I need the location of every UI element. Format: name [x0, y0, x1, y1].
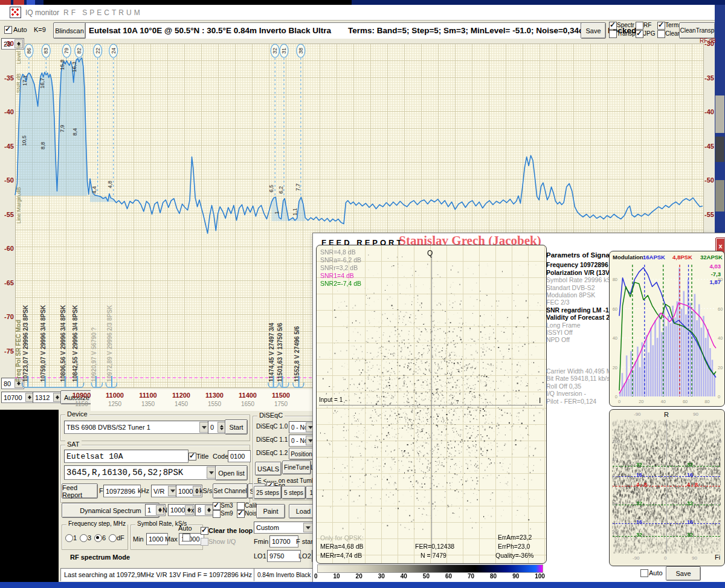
phase-y-label: 20	[612, 529, 617, 535]
auto-checkbox[interactable]	[4, 26, 12, 34]
svg-text:16APSK: 16APSK	[643, 254, 665, 260]
menu-rf-spectrum[interactable]: RF SPECTRUM	[63, 8, 143, 17]
phase-threshold-label: 16	[687, 519, 693, 525]
steps25-button[interactable]: 25 steps	[254, 486, 282, 499]
feed-save-button[interactable]: Save	[666, 566, 701, 581]
sm3-checkbox[interactable]	[213, 502, 221, 510]
open-list-button[interactable]: Open list	[215, 465, 248, 480]
lo1-label: LO1	[254, 552, 266, 560]
desktop-top-strip	[0, 0, 725, 5]
frequency-field[interactable]: 10972896	[103, 485, 141, 497]
svg-text:79: 79	[63, 48, 69, 54]
step1-radio[interactable]	[65, 534, 73, 542]
start-button[interactable]: Start	[225, 419, 248, 435]
terms-checkbox[interactable]	[657, 22, 665, 30]
svg-text:1250: 1250	[108, 401, 122, 407]
scale-number: 30	[378, 573, 385, 580]
i-axis	[319, 405, 543, 405]
phase-top-minus90: -90	[634, 412, 641, 417]
svg-text:20: 20	[639, 399, 643, 404]
noise-checkbox[interactable]	[237, 510, 245, 518]
svg-text:86: 86	[26, 48, 32, 54]
signal-parameter-line: Carrier Width 40,495 MHz	[546, 367, 608, 375]
spectr-checkbox[interactable]	[609, 22, 617, 30]
feed-report-button[interactable]: Feed Report	[62, 483, 98, 499]
title-checkbox[interactable]	[188, 453, 196, 460]
phase-bottom-minus90: -90	[633, 555, 640, 561]
phase-threshold-label: 16	[636, 472, 642, 478]
signal-parameter-line: Modulation 8PSK	[546, 291, 608, 299]
position-button[interactable]: Position	[289, 448, 314, 460]
lo1-field[interactable]: 9750	[267, 550, 301, 562]
signal-parameter-line: Frequency 10972896 kHz	[546, 261, 608, 268]
svg-text:-35: -35	[4, 74, 14, 82]
sm3-label: Sm3	[221, 502, 233, 509]
show-iq-checkbox[interactable]	[201, 538, 208, 546]
feed-report-window[interactable]: FEED REPORT Stanislav Grech (Jacobek) x …	[312, 233, 725, 584]
svg-text:17,1: 17,1	[22, 76, 28, 86]
snr-readout-line: SNR2=-7,4 dB	[320, 280, 361, 288]
scale-number: 60	[445, 573, 452, 580]
step1-label: 1	[73, 534, 77, 541]
signal-parameter-line: Standart DVB-S2	[546, 284, 608, 291]
feed-auto-checkbox[interactable]	[640, 569, 648, 577]
step3-label: 3	[88, 534, 91, 541]
min-label: Min	[133, 535, 144, 543]
svg-text:-60: -60	[4, 245, 14, 252]
step6-radio[interactable]	[94, 534, 102, 542]
cleantransp-button[interactable]: CleanTransp	[679, 22, 715, 39]
svg-text:60: 60	[718, 306, 723, 312]
steps5-button[interactable]: 5 steps	[282, 486, 306, 499]
phase-threshold-line	[613, 505, 720, 505]
stepdf-radio[interactable]	[109, 534, 117, 542]
phase-threshold-label: 16	[687, 472, 693, 478]
save-spectrum-button[interactable]: Save	[581, 22, 606, 39]
rf-label: RF	[643, 22, 651, 28]
set-channel-button[interactable]: Set Channel	[213, 483, 248, 499]
clear-loop-label: Clear the loop	[208, 527, 253, 534]
svg-text:-55: -55	[4, 211, 14, 218]
svg-text:10920,97 V 56790 ?: 10920,97 V 56790 ?	[91, 327, 97, 382]
menu-iq-monitor[interactable]: IQ monitor	[25, 8, 59, 17]
phase-y-label: 80	[714, 457, 719, 462]
usals-button[interactable]: USALS	[255, 462, 282, 476]
sat-name-input[interactable]: Eutelsat 10A	[64, 450, 188, 463]
finetune-button[interactable]: FineTune	[282, 460, 311, 474]
svg-text:-30: -30	[704, 40, 714, 47]
polarization-combo[interactable]: V/R	[151, 485, 179, 497]
modulation-histogram-panel[interactable]: 002020404060608080020406080Modulation:16…	[609, 251, 725, 407]
svg-text:-65: -65	[4, 279, 14, 286]
sm9-checkbox[interactable]	[213, 510, 221, 518]
code-field[interactable]: 0100	[228, 450, 251, 462]
clear-loop-checkbox[interactable]	[201, 527, 208, 535]
phase-noise-panel[interactable]: -90 R 90 -90 0 90 Fi 323216164 - 84 - 83…	[609, 409, 725, 566]
merr-value: MERr=4,74 dB	[320, 552, 362, 559]
sm9-label: Sm9	[221, 510, 233, 517]
max-label: Max	[165, 535, 178, 543]
device-combo[interactable]: TBS 6908 DVBS/S2 Tuner 1	[64, 421, 210, 434]
svg-text:-75: -75	[4, 347, 14, 355]
svg-text:-30: -30	[4, 40, 14, 47]
status-search: Last searching at 10972,9MHz V/R 13V Fin…	[60, 568, 259, 581]
scale-number: 20	[356, 573, 362, 580]
signal-parameter-line	[546, 360, 608, 367]
signal-parameter-line: Long Frame	[546, 321, 608, 329]
phase-threshold-label: 32	[687, 462, 693, 468]
custom-combo[interactable]: Custom	[254, 522, 314, 534]
status-dish: 0.84m Inverto Black Ultra	[254, 568, 320, 581]
step3-radio[interactable]	[80, 534, 88, 542]
density-scale-numbers: 0102030405060708090100	[314, 573, 545, 580]
scale-number: 90	[512, 573, 519, 580]
phase-y-label: 100	[612, 439, 620, 444]
constellation-plot[interactable]: Q I Input = 1 SNR=4,8 dBSNRa=-6,2 dBSNRr…	[316, 245, 547, 564]
channel-combo[interactable]: 3645,R,16130,56,S2;8PSK	[64, 465, 218, 480]
svg-text:38: 38	[298, 48, 304, 54]
snr-readouts: SNR=4,8 dBSNRa=-6,2 dBSNRr=3,2 dBSNR1=4 …	[320, 248, 361, 288]
fmin-field[interactable]: 10700	[269, 535, 298, 548]
dyn-x-spinner[interactable]: 8	[195, 504, 214, 516]
searchstep-spinner[interactable]: 1000	[176, 485, 202, 497]
paint-button[interactable]: Paint	[256, 504, 285, 519]
blindscan-button[interactable]: Blindscan	[53, 22, 86, 39]
symauto-checkbox[interactable]	[182, 534, 190, 541]
svg-text:11200: 11200	[172, 392, 190, 399]
